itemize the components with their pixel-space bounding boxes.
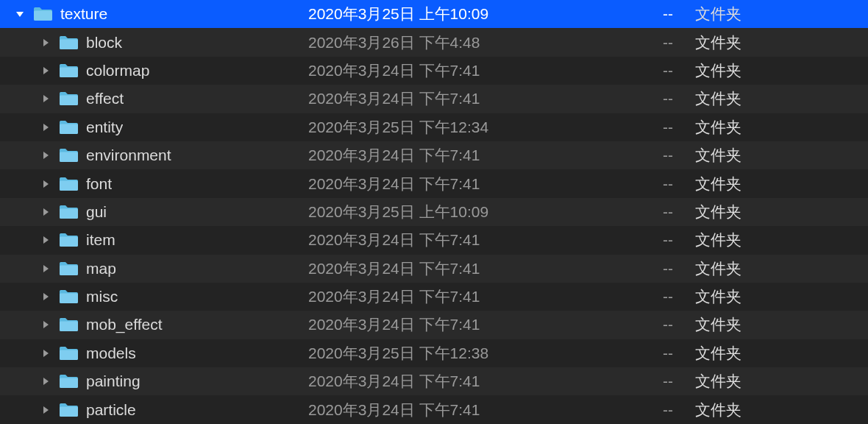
disclosure-closed-icon[interactable] [39,123,52,132]
name-column: map [0,260,305,278]
name-column: font [0,175,305,193]
file-kind: 文件夹 [695,60,868,81]
file-size: -- [633,288,695,305]
folder-icon [32,6,53,22]
file-row[interactable]: misc2020年3月24日 下午7:41--文件夹 [0,283,868,311]
file-kind: 文件夹 [695,32,868,53]
file-name: texture [60,5,107,23]
file-size: -- [633,203,695,221]
date-modified: 2020年3月24日 下午7:41 [305,314,633,335]
disclosure-closed-icon[interactable] [39,38,52,47]
file-size: -- [633,372,695,390]
file-name: entity [86,119,123,136]
name-column: colormap [0,62,305,80]
disclosure-closed-icon[interactable] [39,377,52,386]
file-list: texture2020年3月25日 上午10:09--文件夹block2020年… [0,0,868,424]
folder-icon [58,204,79,220]
name-column: texture [0,5,305,23]
folder-icon [58,289,79,305]
file-name: painting [86,372,140,390]
disclosure-closed-icon[interactable] [39,292,52,301]
file-size: -- [633,62,695,80]
file-row[interactable]: particle2020年3月24日 下午7:41--文件夹 [0,395,868,423]
file-kind: 文件夹 [695,117,868,138]
disclosure-closed-icon[interactable] [39,151,52,160]
name-column: environment [0,146,305,164]
file-row[interactable]: effect2020年3月24日 下午7:41--文件夹 [0,85,868,113]
folder-icon [58,232,79,248]
file-kind: 文件夹 [695,314,868,335]
date-modified: 2020年3月24日 下午7:41 [305,258,633,279]
file-size: -- [633,316,695,333]
file-row[interactable]: colormap2020年3月24日 下午7:41--文件夹 [0,57,868,85]
file-kind: 文件夹 [695,343,868,364]
date-modified: 2020年3月25日 下午12:34 [305,117,633,138]
file-row[interactable]: block2020年3月26日 下午4:48--文件夹 [0,28,868,56]
file-size: -- [633,146,695,164]
file-kind: 文件夹 [695,174,868,194]
file-kind: 文件夹 [695,371,868,392]
date-modified: 2020年3月24日 下午7:41 [305,286,633,307]
name-column: models [0,344,305,362]
file-name: item [86,231,115,249]
folder-icon [58,402,79,418]
file-size: -- [633,5,695,23]
file-name: mob_effect [86,316,163,333]
name-column: mob_effect [0,316,305,333]
folder-icon [58,176,79,192]
date-modified: 2020年3月24日 下午7:41 [305,400,633,420]
file-name: models [86,344,136,362]
file-row[interactable]: models2020年3月25日 下午12:38--文件夹 [0,339,868,367]
folder-icon [58,91,79,107]
folder-icon [58,345,79,361]
file-kind: 文件夹 [695,286,868,307]
date-modified: 2020年3月24日 下午7:41 [305,145,633,166]
date-modified: 2020年3月24日 下午7:41 [305,371,633,392]
folder-icon [58,373,79,389]
disclosure-closed-icon[interactable] [39,264,52,273]
name-column: gui [0,203,305,221]
file-name: colormap [86,62,149,80]
disclosure-closed-icon[interactable] [39,66,52,75]
date-modified: 2020年3月26日 下午4:48 [305,32,633,53]
disclosure-closed-icon[interactable] [39,180,52,188]
file-row[interactable]: painting2020年3月24日 下午7:41--文件夹 [0,367,868,395]
date-modified: 2020年3月25日 下午12:38 [305,343,633,364]
file-row[interactable]: environment2020年3月24日 下午7:41--文件夹 [0,141,868,169]
file-size: -- [633,119,695,136]
name-column: entity [0,119,305,136]
folder-icon [58,147,79,163]
date-modified: 2020年3月25日 上午10:09 [305,4,633,24]
folder-icon [58,35,79,51]
disclosure-closed-icon[interactable] [39,406,52,414]
disclosure-open-icon[interactable] [13,10,26,18]
disclosure-closed-icon[interactable] [39,320,52,329]
file-row[interactable]: gui2020年3月25日 上午10:09--文件夹 [0,198,868,226]
name-column: block [0,34,305,52]
file-row[interactable]: font2020年3月24日 下午7:41--文件夹 [0,169,868,197]
disclosure-closed-icon[interactable] [39,94,52,103]
folder-icon [58,63,79,79]
file-name: effect [86,90,124,107]
file-name: gui [86,203,107,221]
date-modified: 2020年3月24日 下午7:41 [305,230,633,250]
file-kind: 文件夹 [695,258,868,279]
file-kind: 文件夹 [695,4,868,24]
file-size: -- [633,231,695,249]
file-size: -- [633,90,695,107]
folder-icon [58,119,79,135]
file-row[interactable]: item2020年3月24日 下午7:41--文件夹 [0,226,868,254]
disclosure-closed-icon[interactable] [39,236,52,244]
disclosure-closed-icon[interactable] [39,349,52,358]
file-row[interactable]: mob_effect2020年3月24日 下午7:41--文件夹 [0,311,868,339]
file-name: map [86,260,116,278]
name-column: particle [0,401,305,419]
file-name: font [86,175,112,193]
file-row[interactable]: map2020年3月24日 下午7:41--文件夹 [0,255,868,283]
file-row[interactable]: entity2020年3月25日 下午12:34--文件夹 [0,113,868,141]
folder-icon [58,261,79,277]
disclosure-closed-icon[interactable] [39,208,52,216]
file-size: -- [633,175,695,193]
file-row[interactable]: texture2020年3月25日 上午10:09--文件夹 [0,0,868,28]
file-kind: 文件夹 [695,202,868,222]
